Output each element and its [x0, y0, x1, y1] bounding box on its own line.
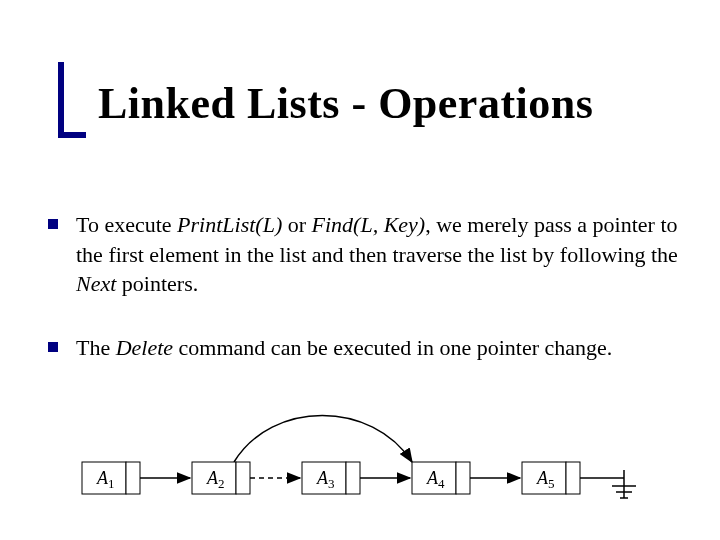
linked-list-diagram: A1 A2 A3 A4: [72, 420, 672, 520]
slide: Linked Lists - Operations To execute Pri…: [0, 0, 720, 540]
diagram-svg: A1 A2 A3 A4: [72, 420, 672, 530]
body-text: To execute PrintList(L) or Find(L, Key),…: [48, 210, 678, 397]
node-a4: A4: [412, 462, 520, 494]
bullet-2: The Delete command can be executed in on…: [48, 333, 678, 363]
text: or: [282, 212, 311, 237]
svg-rect-7: [456, 462, 470, 494]
func-printlist: PrintList(L): [177, 212, 282, 237]
null-terminator-icon: [612, 470, 636, 498]
text: The: [76, 335, 116, 360]
skip-arrow: [234, 416, 412, 463]
node-a1: A1: [82, 462, 190, 494]
func-find: Find(L, Key): [312, 212, 426, 237]
text: To execute: [76, 212, 177, 237]
field-next: Next: [76, 271, 116, 296]
page-title: Linked Lists - Operations: [98, 78, 593, 129]
bullet-2-text: The Delete command can be executed in on…: [76, 333, 612, 363]
node-a3: A3: [302, 462, 410, 494]
svg-rect-1: [126, 462, 140, 494]
bullet-icon: [48, 342, 58, 352]
svg-rect-3: [236, 462, 250, 494]
accent-bar-vertical: [58, 62, 64, 138]
node-a5: A5: [522, 462, 636, 498]
text: command can be executed in one pointer c…: [173, 335, 612, 360]
svg-rect-5: [346, 462, 360, 494]
svg-rect-9: [566, 462, 580, 494]
bullet-1-text: To execute PrintList(L) or Find(L, Key),…: [76, 210, 678, 299]
node-a2: A2: [192, 462, 300, 494]
accent-bar-horizontal: [58, 132, 86, 138]
text: pointers.: [116, 271, 198, 296]
bullet-icon: [48, 219, 58, 229]
cmd-delete: Delete: [116, 335, 173, 360]
bullet-1: To execute PrintList(L) or Find(L, Key),…: [48, 210, 678, 299]
